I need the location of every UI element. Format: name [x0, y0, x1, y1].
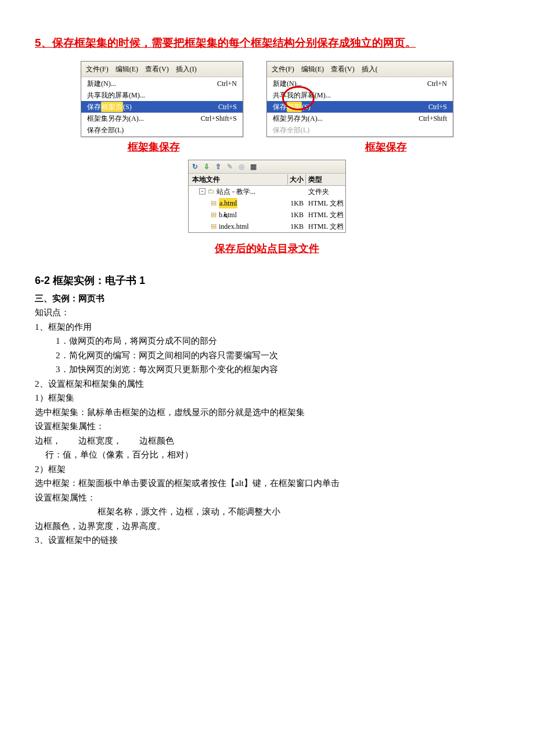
body-text: 知识点： 1、框架的作用 1．做网页的布局，将网页分成不同的部分 2．简化网页的…: [35, 306, 499, 547]
caption-frameset-save: 框架集保存: [128, 139, 180, 155]
menu-file[interactable]: 文件(F): [82, 63, 112, 75]
menu-item-save-framepage[interactable]: 保存框架页(S) Ctrl+S: [81, 101, 243, 113]
menu-file[interactable]: 文件(F): [268, 63, 298, 75]
menubar-left: 文件(F) 编辑(E) 查看(V) 插入(I): [81, 62, 243, 77]
col-type: 类型: [306, 174, 343, 185]
menu-item-share-screen[interactable]: 共享我的屏幕(M)...: [81, 89, 243, 101]
file-row-b[interactable]: ▤b.html↖ 1KB HTML 文档: [189, 209, 345, 221]
menu-body-right: 新建(N)... Ctrl+N 共享我的屏幕(M)... 保存框架(S) Ctr…: [267, 77, 453, 136]
file-row-site[interactable]: -🗀站点 - 教学... 文件夹: [189, 186, 345, 197]
cursor-icon: ↖: [223, 211, 229, 221]
caption-saved-site-files: 保存后的站点目录文件: [35, 241, 499, 257]
caption-frame-save: 框架保存: [365, 139, 407, 155]
arrow-down-icon[interactable]: ⇩: [204, 161, 210, 172]
file-row-index[interactable]: ▤index.html 1KB HTML 文档: [189, 221, 345, 232]
tool-icon[interactable]: ◎: [239, 161, 244, 172]
files-toolbar: ↻ ⇩ ⇧ ✎ ◎ ▦: [189, 160, 345, 174]
expand-icon[interactable]: ▦: [250, 161, 257, 172]
minus-icon[interactable]: -: [199, 188, 205, 195]
menu-item-save-frame[interactable]: 保存框架(S) Ctrl+S: [267, 101, 453, 113]
col-size: 大小: [288, 174, 306, 185]
files-panel: ↻ ⇩ ⇧ ✎ ◎ ▦ 本地文件 大小 类型 -🗀站点 - 教学... 文件夹 …: [188, 160, 346, 233]
highlight-chip: 框架页: [101, 102, 123, 112]
arrow-up-icon[interactable]: ⇧: [215, 161, 221, 172]
refresh-icon[interactable]: ↻: [192, 161, 198, 172]
subsection-title: 三、实例：网页书: [35, 292, 499, 305]
html-file-icon: ▤: [211, 198, 217, 208]
file-row-a[interactable]: ▤a.html 1KB HTML 文档: [189, 197, 345, 209]
menu-insert[interactable]: 插入(: [358, 63, 381, 75]
menu-item-share-screen[interactable]: 共享我的屏幕(M)...: [267, 89, 453, 101]
highlight-chip: 框架: [287, 102, 302, 112]
files-header: 本地文件 大小 类型: [189, 174, 345, 186]
menu-panel-frameset-save: 文件(F) 编辑(E) 查看(V) 插入(I) 新建(N)... Ctrl+N …: [81, 61, 243, 137]
html-file-icon: ▤: [211, 210, 217, 219]
menu-item-frameset-saveas[interactable]: 框架集另存为(A)... Ctrl+Shift+S: [81, 113, 243, 124]
captions-row: 框架集保存 框架保存: [35, 139, 499, 155]
menu-panel-frame-save: 文件(F) 编辑(E) 查看(V) 插入( 新建(N)... Ctrl+N 共享…: [266, 61, 453, 137]
menu-insert[interactable]: 插入(I): [172, 63, 200, 75]
menu-edit[interactable]: 编辑(E): [112, 63, 142, 75]
menu-item-save-all[interactable]: 保存全部(L): [267, 124, 453, 136]
menu-body-left: 新建(N)... Ctrl+N 共享我的屏幕(M)... 保存框架页(S) Ct…: [81, 77, 243, 136]
col-localfile: 本地文件: [191, 174, 288, 185]
heading-5: 5、保存框架集的时候，需要把框架集的每个框架结构分别保存成独立的网页。: [35, 35, 499, 52]
section-6-2-title: 6-2 框架实例：电子书 1: [35, 273, 499, 289]
menu-item-frame-saveas[interactable]: 框架另存为(A)... Ctrl+Shift: [267, 113, 453, 124]
menu-item-new[interactable]: 新建(N)... Ctrl+N: [267, 78, 453, 89]
menu-view[interactable]: 查看(V): [142, 63, 172, 75]
folder-icon: 🗀: [208, 186, 214, 196]
menus-row: 文件(F) 编辑(E) 查看(V) 插入(I) 新建(N)... Ctrl+N …: [35, 61, 499, 137]
html-file-icon: ▤: [211, 221, 217, 231]
menu-view[interactable]: 查看(V): [327, 63, 358, 75]
tool-icon[interactable]: ✎: [227, 161, 233, 172]
menubar-right: 文件(F) 编辑(E) 查看(V) 插入(: [267, 62, 453, 77]
menu-item-save-all[interactable]: 保存全部(L): [81, 124, 243, 136]
menu-item-new[interactable]: 新建(N)... Ctrl+N: [81, 78, 243, 89]
menu-edit[interactable]: 编辑(E): [298, 63, 327, 75]
